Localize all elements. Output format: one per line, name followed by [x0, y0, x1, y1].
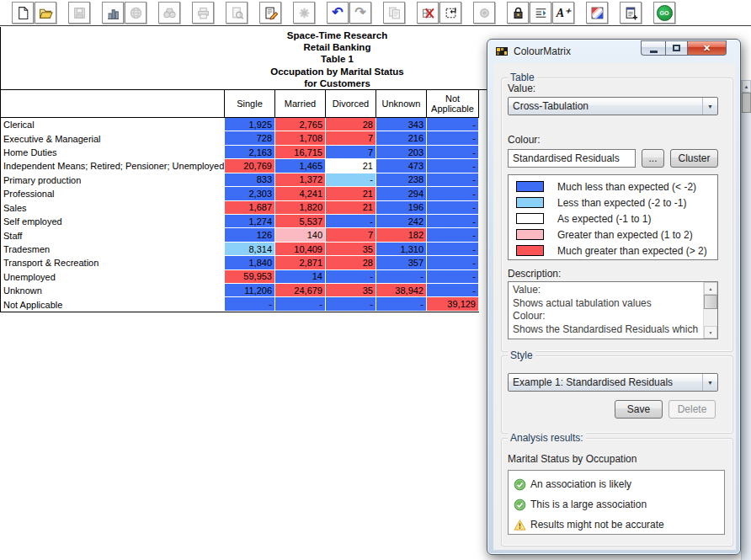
data-cell[interactable]: - [326, 215, 376, 228]
new-document-button[interactable] [12, 2, 34, 24]
data-cell[interactable]: 7 [326, 228, 376, 242]
data-cell[interactable]: - [427, 215, 479, 228]
row-label[interactable]: Transport & Recreation [1, 256, 225, 269]
value-combobox-button[interactable]: ▼ [702, 98, 717, 115]
data-cell[interactable]: 242 [376, 215, 427, 228]
data-cell[interactable]: 21 [326, 187, 376, 200]
scrollbar-thumb[interactable] [742, 93, 751, 113]
data-cell[interactable]: 126 [225, 228, 275, 242]
legend-item[interactable]: Less than expected (-2 to -1) [509, 195, 717, 211]
column-header[interactable]: Divorced [326, 90, 376, 117]
data-cell[interactable]: - [427, 118, 479, 131]
data-cell[interactable]: 1,274 [225, 215, 275, 228]
row-label[interactable]: Self employed [1, 215, 225, 228]
save-button[interactable] [68, 2, 90, 24]
row-label[interactable]: Professional [1, 187, 225, 200]
data-cell[interactable]: - [326, 173, 376, 187]
colour-matrix-button[interactable] [586, 2, 608, 24]
data-cell[interactable]: 216 [376, 131, 427, 145]
data-cell[interactable]: 8,314 [225, 243, 275, 256]
redo-button[interactable]: ↷ [349, 2, 371, 24]
data-cell[interactable]: 7 [326, 146, 376, 159]
edit-page-button[interactable] [259, 2, 281, 24]
data-cell[interactable]: 1,840 [225, 256, 275, 269]
row-label[interactable]: Staff [1, 228, 225, 242]
row-label[interactable]: Home Duties [1, 146, 225, 159]
data-cell[interactable]: 203 [376, 146, 427, 159]
row-label[interactable]: Tradesmen [1, 243, 225, 256]
row-label[interactable]: Unknown [1, 284, 225, 297]
data-cell[interactable]: 20,769 [225, 159, 275, 173]
cluster-button[interactable]: Cluster [670, 149, 718, 168]
data-cell[interactable]: 28 [326, 256, 376, 269]
value-combobox[interactable]: Cross-Tabulation ▼ [508, 97, 718, 115]
data-cell[interactable]: - [326, 270, 376, 284]
data-cell[interactable]: - [427, 159, 479, 173]
description-scroll-thumb[interactable] [704, 295, 717, 309]
data-cell[interactable]: - [376, 297, 427, 311]
description-scroll-down-button[interactable]: ▼ [704, 326, 717, 339]
open-folder-button[interactable] [35, 2, 56, 24]
data-cell[interactable]: 21 [326, 201, 376, 215]
font-size-button[interactable]: A⁺ [552, 2, 574, 24]
data-cell[interactable]: - [427, 187, 479, 200]
row-label[interactable]: Primary production [1, 173, 225, 187]
scroll-up-button[interactable]: ▲ [742, 80, 751, 93]
style-combobox[interactable]: Example 1: Standardised Residuals ▼ [508, 373, 718, 392]
data-cell[interactable]: 38,942 [376, 284, 427, 297]
row-label[interactable]: Sales [1, 201, 225, 215]
data-cell[interactable]: - [427, 146, 479, 159]
data-cell[interactable]: 1,820 [275, 201, 326, 215]
data-cell[interactable]: 182 [376, 228, 427, 242]
copy-button[interactable] [383, 2, 405, 24]
data-cell[interactable]: 2,303 [225, 187, 275, 200]
print-preview-button[interactable] [226, 2, 248, 24]
description-scroll-up-button[interactable]: ▲ [704, 282, 717, 295]
data-cell[interactable]: 473 [376, 159, 427, 173]
data-cell[interactable]: 728 [225, 131, 275, 145]
data-cell[interactable]: - [427, 131, 479, 145]
browse-button[interactable]: ... [642, 149, 664, 168]
data-cell[interactable]: - [376, 270, 427, 284]
data-cell[interactable]: 1,465 [275, 159, 326, 173]
data-cell[interactable]: 343 [376, 118, 427, 131]
add-annotation-button[interactable] [620, 2, 642, 24]
data-cell[interactable]: 35 [326, 243, 376, 256]
style-combobox-button[interactable]: ▼ [702, 374, 717, 391]
go-button[interactable]: GO [653, 2, 675, 24]
data-cell[interactable]: - [225, 297, 275, 311]
binoculars-button[interactable] [158, 2, 180, 24]
row-label[interactable]: Unemployed [1, 270, 225, 284]
data-cell[interactable]: 238 [376, 173, 427, 187]
data-cell[interactable]: 39,129 [427, 297, 479, 311]
data-cell[interactable]: - [275, 297, 326, 311]
data-cell[interactable]: 1,708 [275, 131, 326, 145]
main-vertical-scrollbar[interactable]: ▲ [741, 80, 751, 560]
description-scrollbar[interactable]: ▲ ▼ [703, 282, 717, 339]
data-cell[interactable]: 24,679 [275, 284, 326, 297]
lock-button[interactable] [507, 2, 529, 24]
data-cell[interactable]: 2,871 [275, 256, 326, 269]
bar-chart-button[interactable] [102, 2, 124, 24]
data-cell[interactable]: 1,925 [225, 118, 275, 131]
data-cell[interactable]: 10,409 [275, 243, 326, 256]
undo-button[interactable]: ↶ [327, 2, 349, 24]
data-cell[interactable]: - [427, 256, 479, 269]
data-cell[interactable]: - [427, 270, 479, 284]
data-cell[interactable]: - [326, 297, 376, 311]
globe-button[interactable] [125, 2, 146, 24]
maximize-button[interactable] [665, 40, 688, 56]
data-cell[interactable]: 1,372 [275, 173, 326, 187]
row-header-stub[interactable] [1, 90, 225, 117]
colour-field[interactable]: Standardised Residuals [508, 149, 636, 168]
row-label[interactable]: Independent Means; Retired; Pensioner; U… [1, 159, 225, 173]
delete-table-button[interactable] [417, 2, 439, 24]
legend-item[interactable]: Much greater than expected (> 2) [509, 243, 717, 259]
data-cell[interactable]: - [427, 228, 479, 242]
data-cell[interactable]: 196 [376, 201, 427, 215]
minimize-button[interactable] [641, 40, 665, 56]
row-label[interactable]: Clerical [1, 118, 225, 131]
legend-item[interactable]: Greater than expected (1 to 2) [509, 227, 717, 243]
data-cell[interactable]: - [427, 201, 479, 215]
data-cell[interactable]: 59,953 [225, 270, 275, 284]
